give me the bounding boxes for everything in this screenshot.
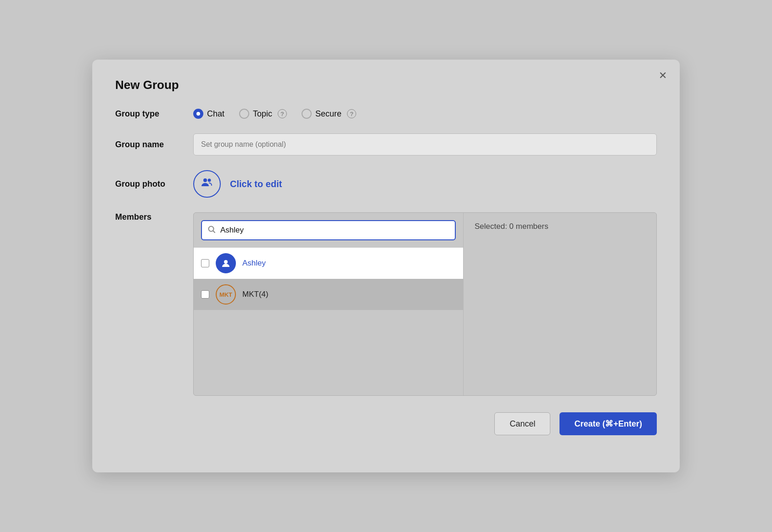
radio-option-secure[interactable]: Secure ?	[302, 109, 356, 119]
group-photo-icon	[201, 176, 213, 192]
member-checkbox-ashley[interactable]	[201, 259, 209, 267]
radio-label-chat: Chat	[207, 109, 224, 119]
help-icon-topic[interactable]: ?	[278, 109, 287, 118]
new-group-dialog: ✕ New Group Group type Chat Topic ? Secu…	[92, 60, 680, 472]
selected-count-label: Selected: 0 members	[475, 222, 548, 231]
members-right-panel: Selected: 0 members	[464, 213, 656, 395]
group-name-input[interactable]	[193, 133, 657, 155]
members-label: Members	[115, 212, 193, 222]
radio-circle-secure	[302, 109, 312, 119]
group-photo-label: Group photo	[115, 179, 193, 189]
avatar-mkt: MKT	[216, 284, 236, 305]
radio-label-secure: Secure	[315, 109, 341, 119]
members-panel: Ashley MKT MKT(4) Selected: 0 members	[193, 212, 657, 396]
radio-label-topic: Topic	[253, 109, 272, 119]
radio-circle-chat	[193, 109, 203, 119]
search-box	[201, 220, 456, 240]
radio-option-topic[interactable]: Topic ?	[239, 109, 287, 119]
close-button[interactable]: ✕	[659, 71, 667, 81]
avatar-ashley	[216, 253, 236, 273]
group-photo-row: Group photo Click to edit	[115, 170, 657, 198]
member-checkbox-mkt[interactable]	[201, 290, 209, 299]
member-search-input[interactable]	[220, 226, 449, 235]
member-list: Ashley MKT MKT(4)	[194, 248, 463, 310]
svg-line-3	[213, 231, 215, 233]
svg-point-1	[208, 178, 211, 182]
list-item[interactable]: Ashley	[194, 248, 463, 279]
members-row: Members	[115, 212, 657, 396]
svg-point-4	[224, 260, 228, 264]
member-name-mkt: MKT(4)	[242, 290, 269, 299]
group-photo-button[interactable]	[193, 170, 221, 198]
help-icon-secure[interactable]: ?	[347, 109, 356, 118]
group-name-label: Group name	[115, 140, 193, 150]
create-button[interactable]: Create (⌘+Enter)	[559, 412, 657, 435]
group-type-row: Group type Chat Topic ? Secure ?	[115, 109, 657, 119]
radio-option-chat[interactable]: Chat	[193, 109, 224, 119]
cancel-button[interactable]: Cancel	[494, 412, 550, 435]
svg-point-0	[203, 178, 207, 182]
member-name-ashley: Ashley	[242, 259, 266, 268]
radio-circle-topic	[239, 109, 249, 119]
search-icon	[207, 225, 216, 236]
group-name-row: Group name	[115, 133, 657, 155]
list-item[interactable]: MKT MKT(4)	[194, 279, 463, 310]
group-type-label: Group type	[115, 109, 193, 119]
members-left-panel: Ashley MKT MKT(4)	[194, 213, 464, 395]
dialog-footer: Cancel Create (⌘+Enter)	[115, 412, 657, 435]
click-to-edit-label[interactable]: Click to edit	[230, 179, 282, 189]
group-type-options: Chat Topic ? Secure ?	[193, 109, 356, 119]
dialog-title: New Group	[115, 78, 657, 92]
